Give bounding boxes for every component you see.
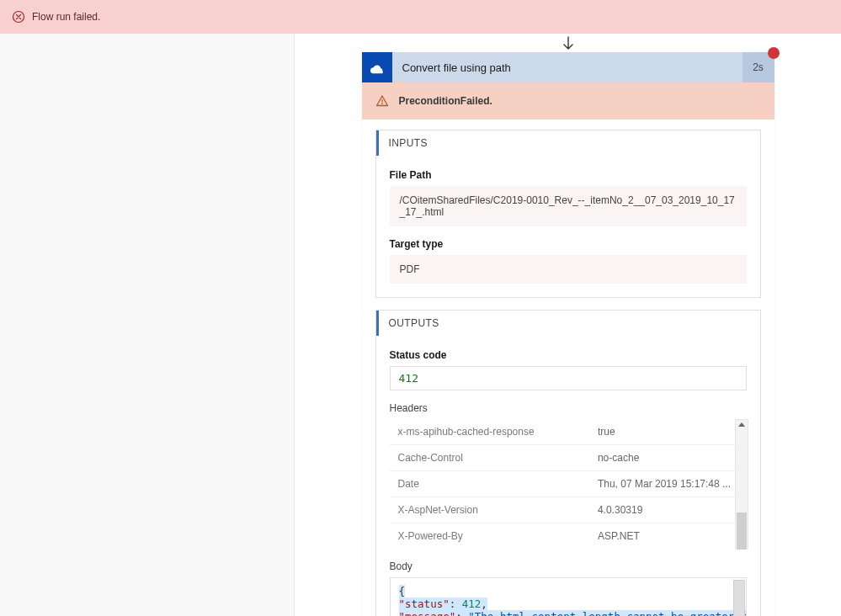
body-json-box[interactable]: { "status": 412, "message": "The html co… — [390, 577, 747, 616]
header-name: x-ms-apihub-cached-response — [390, 419, 589, 445]
json-line: "message": "The html content length cann… — [399, 610, 737, 616]
headers-label: Headers — [390, 402, 747, 414]
header-value: 4.0.30319 — [589, 497, 747, 523]
precondition-failed-text: PreconditionFailed. — [399, 95, 492, 107]
body-scrollbar-thumb[interactable] — [733, 580, 745, 616]
json-line: { — [399, 585, 737, 597]
table-row: DateThu, 07 Mar 2019 15:17:48 ... — [390, 471, 747, 497]
error-badge-icon — [768, 47, 780, 59]
action-header[interactable]: Convert file using path 2s — [362, 52, 774, 82]
svg-rect-2 — [381, 99, 382, 103]
status-code-value[interactable]: 412 — [390, 366, 747, 390]
warning-triangle-icon — [375, 94, 389, 108]
header-value: true — [589, 419, 747, 445]
target-type-value: PDF — [390, 255, 747, 284]
header-name: X-AspNet-Version — [390, 497, 589, 523]
action-card[interactable]: Convert file using path 2s PreconditionF… — [362, 52, 774, 616]
error-circle-icon — [12, 10, 25, 24]
outputs-section: OUTPUTS Status code 412 Headers x-ms-api… — [375, 310, 761, 616]
header-value: Thu, 07 Mar 2019 15:17:48 ... — [589, 471, 747, 497]
flow-canvas: Convert file using path 2s PreconditionF… — [295, 34, 841, 616]
left-panel — [0, 34, 295, 616]
table-row: Cache-Controlno-cache — [390, 445, 747, 471]
headers-table-wrap: x-ms-apihub-cached-responsetrue Cache-Co… — [390, 419, 747, 549]
header-value: ASP.NET — [589, 523, 747, 550]
target-type-label: Target type — [390, 238, 747, 250]
inputs-section: INPUTS File Path /COitemSharedFiles/C201… — [375, 130, 761, 298]
arrow-down-icon — [560, 35, 577, 52]
banner-text: Flow run failed. — [32, 11, 100, 23]
status-code-label: Status code — [390, 349, 747, 361]
workspace: Convert file using path 2s PreconditionF… — [0, 34, 841, 616]
file-path-value: /COitemSharedFiles/C2019-0010_Rev_--_ite… — [390, 186, 747, 226]
table-row: X-Powered-ByASP.NET — [390, 523, 747, 550]
outputs-section-title: OUTPUTS — [376, 311, 760, 336]
onedrive-icon — [362, 52, 392, 82]
action-title: Convert file using path — [392, 52, 743, 82]
header-value: no-cache — [589, 445, 747, 471]
table-row: X-AspNet-Version4.0.30319 — [390, 497, 747, 523]
json-line: "status": 412, — [399, 597, 737, 610]
scroll-up-icon[interactable] — [738, 422, 745, 427]
svg-point-1 — [381, 103, 383, 104]
header-name: X-Powered-By — [390, 523, 589, 550]
header-name: Date — [390, 471, 589, 497]
inputs-section-title: INPUTS — [376, 130, 760, 156]
body-label: Body — [390, 560, 747, 572]
file-path-label: File Path — [390, 169, 747, 181]
flow-run-failed-banner: Flow run failed. — [0, 0, 841, 34]
table-row: x-ms-apihub-cached-responsetrue — [390, 419, 747, 445]
details-panel: INPUTS File Path /COitemSharedFiles/C201… — [362, 119, 774, 616]
headers-table: x-ms-apihub-cached-responsetrue Cache-Co… — [390, 419, 747, 549]
header-name: Cache-Control — [390, 445, 589, 471]
scrollbar-thumb[interactable] — [737, 512, 747, 550]
precondition-failed-banner: PreconditionFailed. — [362, 82, 774, 119]
headers-scrollbar[interactable] — [735, 419, 748, 549]
